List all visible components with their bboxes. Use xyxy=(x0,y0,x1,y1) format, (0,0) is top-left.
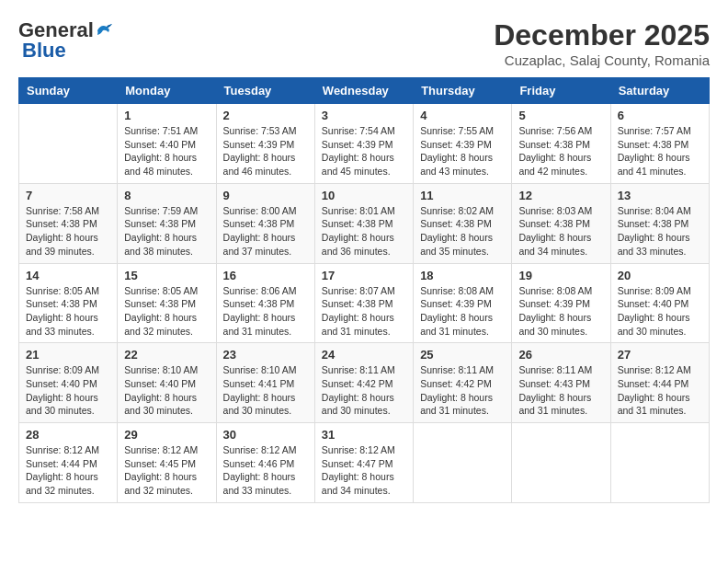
day-number: 28 xyxy=(26,428,110,442)
weekday-header-friday: Friday xyxy=(512,78,610,104)
day-number: 18 xyxy=(420,269,505,282)
day-info: Sunrise: 8:03 AMSunset: 4:38 PMDaylight:… xyxy=(518,204,603,259)
day-number: 25 xyxy=(420,348,505,362)
calendar-cell: 28Sunrise: 8:12 AMSunset: 4:44 PMDayligh… xyxy=(19,423,118,503)
day-info: Sunrise: 7:54 AMSunset: 4:39 PMDaylight:… xyxy=(322,124,406,178)
day-info: Sunrise: 8:09 AMSunset: 4:40 PMDaylight:… xyxy=(26,363,110,418)
weekday-header-thursday: Thursday xyxy=(414,78,512,104)
calendar-week-4: 21Sunrise: 8:09 AMSunset: 4:40 PMDayligh… xyxy=(19,343,710,423)
calendar-cell: 25Sunrise: 8:11 AMSunset: 4:42 PMDayligh… xyxy=(414,343,512,423)
calendar-cell: 7Sunrise: 7:58 AMSunset: 4:38 PMDaylight… xyxy=(19,183,118,263)
day-info: Sunrise: 8:06 AMSunset: 4:38 PMDaylight:… xyxy=(223,284,308,339)
weekday-header-saturday: Saturday xyxy=(610,78,709,104)
day-number: 13 xyxy=(618,189,702,202)
calendar-cell xyxy=(512,423,610,503)
day-number: 19 xyxy=(518,269,603,282)
day-number: 30 xyxy=(223,428,308,442)
day-number: 2 xyxy=(223,109,308,122)
weekday-header-sunday: Sunday xyxy=(19,78,118,104)
day-info: Sunrise: 8:00 AMSunset: 4:38 PMDaylight:… xyxy=(223,204,308,259)
day-number: 21 xyxy=(26,348,110,362)
weekday-header-wednesday: Wednesday xyxy=(314,78,413,104)
calendar-cell: 18Sunrise: 8:08 AMSunset: 4:39 PMDayligh… xyxy=(414,263,512,343)
page-header: General Blue December 2025 Cuzaplac, Sal… xyxy=(18,18,710,68)
month-title: December 2025 xyxy=(494,18,710,52)
day-info: Sunrise: 8:12 AMSunset: 4:47 PMDaylight:… xyxy=(322,443,406,498)
day-info: Sunrise: 8:12 AMSunset: 4:46 PMDaylight:… xyxy=(223,443,308,498)
day-info: Sunrise: 8:05 AMSunset: 4:38 PMDaylight:… xyxy=(124,284,209,339)
day-number: 12 xyxy=(518,189,603,202)
calendar-cell: 10Sunrise: 8:01 AMSunset: 4:38 PMDayligh… xyxy=(314,183,413,263)
day-number: 14 xyxy=(26,269,110,282)
calendar-cell: 12Sunrise: 8:03 AMSunset: 4:38 PMDayligh… xyxy=(512,183,610,263)
day-info: Sunrise: 8:07 AMSunset: 4:38 PMDaylight:… xyxy=(322,284,406,339)
calendar-table: SundayMondayTuesdayWednesdayThursdayFrid… xyxy=(18,77,710,503)
calendar-cell: 15Sunrise: 8:05 AMSunset: 4:38 PMDayligh… xyxy=(118,263,216,343)
day-number: 26 xyxy=(518,348,603,362)
day-info: Sunrise: 8:11 AMSunset: 4:42 PMDaylight:… xyxy=(420,363,505,418)
day-info: Sunrise: 8:04 AMSunset: 4:38 PMDaylight:… xyxy=(618,204,702,259)
weekday-header-row: SundayMondayTuesdayWednesdayThursdayFrid… xyxy=(19,78,710,104)
day-info: Sunrise: 7:53 AMSunset: 4:39 PMDaylight:… xyxy=(223,124,308,178)
calendar-week-1: 1Sunrise: 7:51 AMSunset: 4:40 PMDaylight… xyxy=(19,104,710,184)
day-number: 17 xyxy=(322,269,406,282)
day-number: 9 xyxy=(223,189,308,202)
calendar-cell: 24Sunrise: 8:11 AMSunset: 4:42 PMDayligh… xyxy=(314,343,413,423)
calendar-cell: 17Sunrise: 8:07 AMSunset: 4:38 PMDayligh… xyxy=(314,263,413,343)
logo-bird-icon xyxy=(94,22,114,39)
day-info: Sunrise: 7:56 AMSunset: 4:38 PMDaylight:… xyxy=(518,124,603,178)
day-info: Sunrise: 8:01 AMSunset: 4:38 PMDaylight:… xyxy=(322,204,406,259)
calendar-cell: 2Sunrise: 7:53 AMSunset: 4:39 PMDaylight… xyxy=(216,104,314,184)
weekday-header-monday: Monday xyxy=(118,78,216,104)
day-info: Sunrise: 7:59 AMSunset: 4:38 PMDaylight:… xyxy=(124,204,209,259)
day-number: 7 xyxy=(26,189,110,202)
day-number: 16 xyxy=(223,269,308,282)
calendar-cell: 21Sunrise: 8:09 AMSunset: 4:40 PMDayligh… xyxy=(19,343,118,423)
calendar-cell: 3Sunrise: 7:54 AMSunset: 4:39 PMDaylight… xyxy=(314,104,413,184)
day-info: Sunrise: 8:08 AMSunset: 4:39 PMDaylight:… xyxy=(420,284,505,339)
logo: General Blue xyxy=(18,18,114,63)
calendar-cell: 1Sunrise: 7:51 AMSunset: 4:40 PMDaylight… xyxy=(118,104,216,184)
calendar-cell xyxy=(414,423,512,503)
day-info: Sunrise: 8:11 AMSunset: 4:43 PMDaylight:… xyxy=(518,363,603,418)
calendar-cell: 8Sunrise: 7:59 AMSunset: 4:38 PMDaylight… xyxy=(118,183,216,263)
day-number: 20 xyxy=(618,269,702,282)
calendar-cell: 29Sunrise: 8:12 AMSunset: 4:45 PMDayligh… xyxy=(118,423,216,503)
day-number: 10 xyxy=(322,189,406,202)
calendar-week-3: 14Sunrise: 8:05 AMSunset: 4:38 PMDayligh… xyxy=(19,263,710,343)
calendar-cell: 19Sunrise: 8:08 AMSunset: 4:39 PMDayligh… xyxy=(512,263,610,343)
calendar-cell: 20Sunrise: 8:09 AMSunset: 4:40 PMDayligh… xyxy=(610,263,709,343)
calendar-cell: 22Sunrise: 8:10 AMSunset: 4:40 PMDayligh… xyxy=(118,343,216,423)
day-number: 29 xyxy=(124,428,209,442)
day-info: Sunrise: 7:51 AMSunset: 4:40 PMDaylight:… xyxy=(124,124,209,178)
day-number: 4 xyxy=(420,109,505,122)
day-info: Sunrise: 8:12 AMSunset: 4:45 PMDaylight:… xyxy=(124,443,209,498)
day-number: 24 xyxy=(322,348,406,362)
day-info: Sunrise: 8:10 AMSunset: 4:41 PMDaylight:… xyxy=(223,363,308,418)
calendar-cell: 4Sunrise: 7:55 AMSunset: 4:39 PMDaylight… xyxy=(414,104,512,184)
day-number: 22 xyxy=(124,348,209,362)
calendar-cell: 14Sunrise: 8:05 AMSunset: 4:38 PMDayligh… xyxy=(19,263,118,343)
day-info: Sunrise: 8:09 AMSunset: 4:40 PMDaylight:… xyxy=(618,284,702,339)
weekday-header-tuesday: Tuesday xyxy=(216,78,314,104)
day-number: 23 xyxy=(223,348,308,362)
day-number: 27 xyxy=(618,348,702,362)
calendar-week-2: 7Sunrise: 7:58 AMSunset: 4:38 PMDaylight… xyxy=(19,183,710,263)
calendar-cell: 11Sunrise: 8:02 AMSunset: 4:38 PMDayligh… xyxy=(414,183,512,263)
day-info: Sunrise: 8:12 AMSunset: 4:44 PMDaylight:… xyxy=(26,443,110,498)
calendar-cell xyxy=(610,423,709,503)
calendar-cell: 31Sunrise: 8:12 AMSunset: 4:47 PMDayligh… xyxy=(314,423,413,503)
calendar-cell: 13Sunrise: 8:04 AMSunset: 4:38 PMDayligh… xyxy=(610,183,709,263)
title-area: December 2025 Cuzaplac, Salaj County, Ro… xyxy=(494,18,710,68)
day-info: Sunrise: 8:11 AMSunset: 4:42 PMDaylight:… xyxy=(322,363,406,418)
calendar-cell: 5Sunrise: 7:56 AMSunset: 4:38 PMDaylight… xyxy=(512,104,610,184)
day-number: 15 xyxy=(124,269,209,282)
calendar-week-5: 28Sunrise: 8:12 AMSunset: 4:44 PMDayligh… xyxy=(19,423,710,503)
day-info: Sunrise: 8:02 AMSunset: 4:38 PMDaylight:… xyxy=(420,204,505,259)
day-number: 8 xyxy=(124,189,209,202)
calendar-cell: 16Sunrise: 8:06 AMSunset: 4:38 PMDayligh… xyxy=(216,263,314,343)
day-info: Sunrise: 7:55 AMSunset: 4:39 PMDaylight:… xyxy=(420,124,505,178)
calendar-cell: 26Sunrise: 8:11 AMSunset: 4:43 PMDayligh… xyxy=(512,343,610,423)
location: Cuzaplac, Salaj County, Romania xyxy=(494,52,710,68)
day-number: 1 xyxy=(124,109,209,122)
